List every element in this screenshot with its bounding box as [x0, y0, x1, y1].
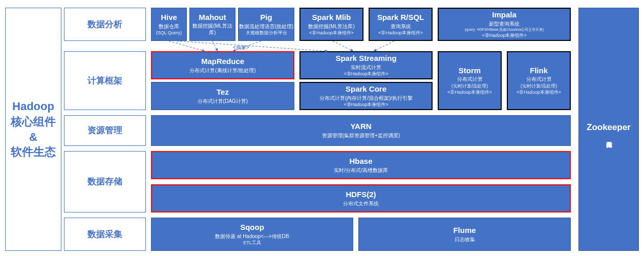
- svg-line-4: [374, 41, 394, 51]
- abstract-label: <抽象>: [233, 44, 249, 51]
- block-hive: Hive 数据仓库 (SQL Query): [151, 8, 187, 41]
- category-analysis: 数据分析: [64, 8, 146, 41]
- block-storm: Storm 分布式计算 (实时计算/流处理) <非Hadoop本身组件>: [438, 51, 502, 110]
- block-zookeeper: Zookeeper 分布式协作服务: [578, 8, 639, 251]
- svg-line-0: [169, 41, 205, 51]
- svg-line-5: [177, 41, 328, 51]
- block-flink: Flink 分布式计算 (实时计算/流处理) <非Hadoop本身组件>: [507, 51, 571, 110]
- block-flume: Flume 日志收集: [358, 218, 571, 251]
- block-pig: Pig 数据流处理语言(批处理) 大规模数据分析平台: [238, 8, 294, 41]
- left-panel-title: Hadoop 核心组件 & 软件生态: [11, 99, 56, 160]
- block-spark-core: Spark Core 分布式计算(内存计算/混合框架)/执行引擎 <非Hadoo…: [299, 82, 433, 110]
- block-spark-streaming: Spark Streaming 实时流式计算 <非Hadoop本身组件>: [299, 51, 433, 79]
- left-panel: Hadoop 核心组件 & 软件生态: [5, 8, 61, 251]
- category-storage: 数据存储: [64, 151, 146, 212]
- svg-line-1: [212, 41, 218, 51]
- category-ingest: 数据采集: [64, 218, 146, 251]
- block-yarn: YARN 资源管理(集群资源管理+监控调度): [151, 115, 571, 146]
- block-spark-mlib: Spark Mlib 数据挖掘(ML算法库) <非Hadoop本身组件>: [299, 8, 363, 41]
- category-resource: 资源管理: [64, 115, 146, 146]
- block-mahout: Mahout 数据挖掘(ML算法库): [189, 8, 235, 41]
- block-spark-rsql: Spark R/SQL 查询系统 <非Hadoop本身组件>: [369, 8, 433, 41]
- block-hbase: Hbase 实时/分布式/高维数据库: [151, 151, 571, 179]
- block-impala: Impala 新型查询系统 (query: HDFS/HBase 且由Cloud…: [438, 8, 571, 41]
- category-compute: 计算框架: [64, 51, 146, 110]
- block-hdfs: HDFS(2) 分布式文件系统: [151, 184, 571, 212]
- block-tez: Tez 分布式计算(DAG计算): [151, 82, 294, 110]
- block-sqoop: Sqoop 数据传递 at Hadoop<--->传统DB ETL工具: [151, 218, 353, 251]
- svg-line-3: [333, 41, 353, 51]
- block-mapreduce: MapReduce 分布式计算(离线计算/批处理): [151, 51, 294, 79]
